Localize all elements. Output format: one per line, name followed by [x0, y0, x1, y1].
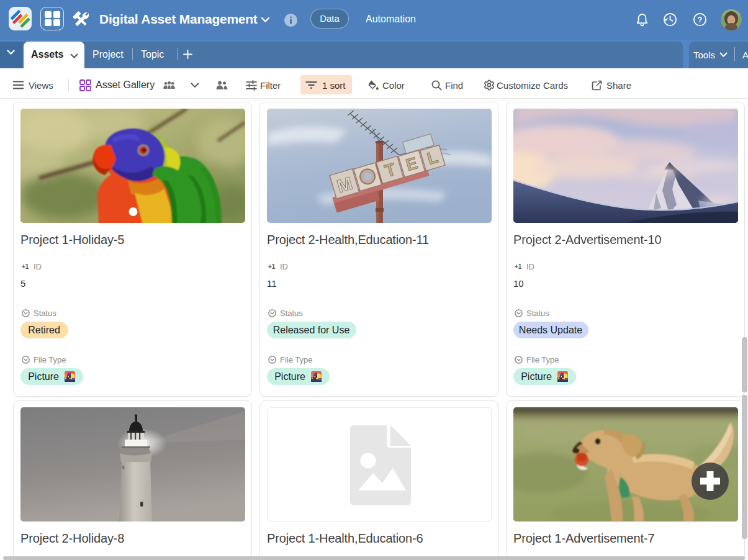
svg-text:+1: +1	[268, 263, 276, 270]
svg-text:+1: +1	[22, 263, 29, 270]
svg-text:?: ?	[698, 15, 703, 24]
svg-text:+1: +1	[515, 263, 522, 270]
